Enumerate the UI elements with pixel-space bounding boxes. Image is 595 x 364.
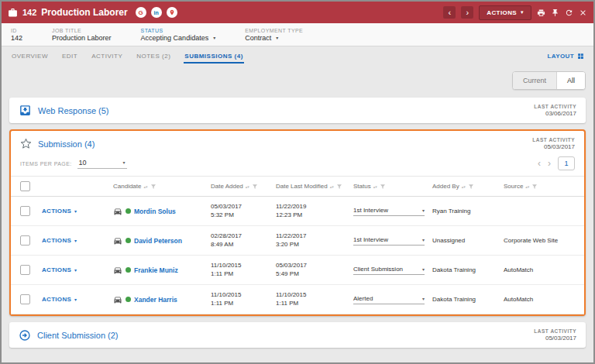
record-header: 142 Production Laborer G in ‹ › ACTIONS …: [2, 2, 593, 23]
column-date-added: Date Added: [211, 183, 243, 190]
car-icon: [113, 236, 122, 246]
close-icon[interactable]: [579, 9, 587, 17]
print-icon[interactable]: [537, 9, 545, 17]
date-modified: 11/10/2015: [276, 291, 347, 300]
layout-button[interactable]: LAYOUT: [547, 53, 584, 60]
client-submission-last-activity: LAST ACTIVITY 05/03/2017: [534, 328, 576, 342]
filter-funnel-icon[interactable]: [252, 184, 258, 190]
car-icon: [113, 266, 122, 275]
table-row: ACTIONS▾ Mordin Solus 05/03/20175:32 PM …: [11, 197, 584, 226]
filter-all-button[interactable]: All: [556, 72, 585, 89]
date-modified: 11/22/2019: [276, 203, 347, 211]
date-modified: 05/03/2017: [276, 262, 347, 270]
sort-icon[interactable]: ▴▾: [373, 184, 377, 189]
refresh-icon[interactable]: [565, 9, 573, 17]
date-modified-time: 12:23 PM: [276, 211, 347, 220]
field-employment-type: EMPLOYMENT TYPE Contract ▾: [245, 28, 303, 42]
client-submission-title[interactable]: Client Submission (2): [37, 331, 119, 340]
sort-icon[interactable]: ▴▾: [525, 184, 529, 189]
filter-funnel-icon[interactable]: [380, 184, 386, 190]
filter-funnel-icon[interactable]: [150, 184, 156, 190]
field-employment-type-label: EMPLOYMENT TYPE: [245, 28, 303, 33]
tab-overview[interactable]: OVERVIEW: [11, 49, 49, 64]
status-select[interactable]: Client Submission▾: [353, 266, 425, 275]
select-all-checkbox[interactable]: [20, 181, 30, 191]
header-actions-label: ACTIONS: [487, 9, 517, 16]
employment-type-dropdown[interactable]: Contract ▾: [245, 34, 303, 42]
record-tabbar: OVERVIEW EDIT ACTIVITY NOTES (2) SUBMISS…: [2, 46, 593, 65]
submissions-panel: Current All Web Response (5) LAST ACTIVI…: [2, 65, 593, 362]
items-per-page-label: ITEMS PER PAGE:: [20, 161, 72, 167]
layout-grid-icon: [577, 53, 584, 60]
web-response-title[interactable]: Web Response (5): [38, 106, 109, 115]
row-checkbox[interactable]: [20, 294, 30, 304]
header-actions-button[interactable]: ACTIONS ▾: [479, 5, 531, 20]
availability-dot: [126, 208, 131, 214]
prev-record-button[interactable]: ‹: [443, 6, 456, 19]
tab-activity[interactable]: ACTIVITY: [91, 49, 123, 64]
added-by-cell: Unassigned: [429, 226, 500, 256]
submission-title[interactable]: Submission (4): [38, 139, 95, 149]
sort-icon[interactable]: ▴▾: [462, 184, 466, 189]
page-next-icon[interactable]: ›: [548, 159, 551, 168]
candidate-link[interactable]: David Peterson: [134, 237, 182, 245]
row-actions-button[interactable]: ACTIONS▾: [42, 266, 107, 273]
location-pin-icon[interactable]: [167, 7, 177, 18]
sort-icon[interactable]: ▴▾: [143, 184, 147, 189]
linkedin-icon[interactable]: in: [151, 7, 162, 18]
added-by-cell: Ryan Training: [429, 197, 500, 226]
source-cell: AutoMatch: [500, 256, 584, 285]
field-status-label: STATUS: [141, 28, 216, 33]
sort-icon[interactable]: ▴▾: [246, 184, 249, 189]
status-select[interactable]: 1st Interview▾: [353, 236, 425, 246]
field-job-title-label: JOB TITLE: [52, 28, 112, 33]
pagination: ‹ › 1: [538, 156, 575, 170]
tab-submissions[interactable]: SUBMISSIONS (4): [184, 49, 244, 64]
pin-icon[interactable]: [551, 9, 559, 17]
candidate-link[interactable]: Mordin Solus: [134, 208, 176, 215]
job-record-window: 142 Production Laborer G in ‹ › ACTIONS …: [0, 0, 595, 364]
source-cell: AutoMatch: [500, 285, 584, 314]
job-briefcase-icon: [8, 8, 18, 18]
date-added-time: 5:32 PM: [211, 211, 270, 220]
tab-notes[interactable]: NOTES (2): [136, 49, 171, 64]
candidate-link[interactable]: Xander Harris: [134, 296, 177, 304]
field-id-label: ID: [11, 28, 22, 33]
date-modified: 11/22/2017: [276, 232, 347, 241]
status-dropdown[interactable]: Accepting Candidates ▾: [141, 34, 216, 42]
field-id: ID 142: [11, 28, 22, 42]
sort-icon[interactable]: ▴▾: [330, 184, 334, 189]
status-select[interactable]: Alerted▾: [353, 295, 425, 304]
row-checkbox[interactable]: [20, 235, 30, 246]
row-checkbox[interactable]: [20, 206, 30, 216]
filter-funnel-icon[interactable]: [336, 184, 342, 190]
status-select[interactable]: 1st Interview▾: [353, 207, 425, 216]
tab-edit[interactable]: EDIT: [61, 49, 78, 64]
page-prev-icon[interactable]: ‹: [538, 159, 541, 168]
added-by-cell: Dakota Training: [429, 256, 500, 285]
car-icon: [113, 207, 122, 216]
record-summary-bar: ID 142 JOB TITLE Production Laborer STAT…: [2, 23, 593, 46]
field-status: STATUS Accepting Candidates ▾: [141, 28, 216, 42]
filter-funnel-icon[interactable]: [468, 184, 474, 190]
row-actions-button[interactable]: ACTIONS▾: [42, 208, 107, 215]
google-icon[interactable]: G: [136, 7, 146, 18]
next-record-button[interactable]: ›: [461, 6, 473, 19]
field-job-title: JOB TITLE Production Laborer: [52, 28, 112, 42]
client-submission-card: Client Submission (2) LAST ACTIVITY 05/0…: [9, 322, 586, 348]
items-per-page-select[interactable]: 10 ▾: [77, 159, 127, 169]
candidate-link[interactable]: Frankie Muniz: [134, 266, 178, 274]
filter-current-button[interactable]: Current: [513, 72, 556, 89]
filter-funnel-icon[interactable]: [531, 184, 538, 190]
dropdown-caret-icon: ▾: [74, 238, 77, 243]
row-checkbox[interactable]: [20, 265, 30, 275]
table-row: ACTIONS▾ David Peterson 02/28/20178:49 A…: [11, 226, 584, 256]
row-actions-button[interactable]: ACTIONS▾: [42, 296, 107, 303]
chevron-down-icon: ▾: [422, 266, 425, 272]
row-actions-button[interactable]: ACTIONS▾: [42, 237, 107, 244]
page-1-button[interactable]: 1: [558, 156, 575, 170]
added-by-cell: Dakota Training: [429, 285, 500, 314]
date-added-time: 1:11 PM: [211, 270, 270, 279]
date-modified-time: 3:20 PM: [276, 241, 347, 249]
items-per-page-row: ITEMS PER PAGE: 10 ▾ ‹ › 1: [11, 156, 584, 176]
